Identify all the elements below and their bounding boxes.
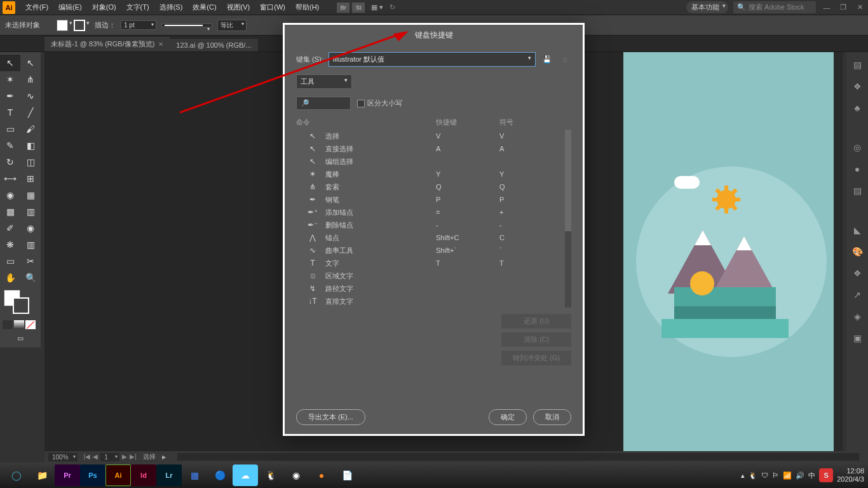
menu-window[interactable]: 窗口(W) [255, 0, 290, 15]
pen-tool[interactable]: ✒ [0, 88, 20, 104]
libraries-icon[interactable]: ❖ [851, 80, 864, 93]
color-icon[interactable]: ● [851, 163, 864, 175]
shortcut-table[interactable]: ↖选择VV↖直接选择AA↖编组选择✶魔棒YY⋔套索QQ✒钢笔PP✒⁺添加锚点=+… [296, 130, 571, 308]
tray-up-icon[interactable]: ▴ [741, 471, 745, 480]
gradient-mode[interactable] [14, 320, 24, 329]
layers-icon[interactable]: ◈ [851, 310, 864, 323]
close-button[interactable]: ✕ [854, 3, 865, 12]
shape-builder-tool[interactable]: ◉ [0, 187, 20, 203]
fill-color[interactable] [57, 20, 68, 31]
clubs-icon[interactable]: ♣ [851, 102, 864, 114]
table-row[interactable]: ✶魔棒YY [296, 168, 571, 180]
browser-icon[interactable]: ◯ [4, 464, 29, 486]
undo-button[interactable]: 还原 (U) [501, 314, 571, 329]
table-row[interactable]: ✒⁻删除锚点-- [296, 219, 571, 231]
illustrator-icon[interactable]: Ai [105, 464, 131, 486]
type-tool[interactable]: T [0, 104, 20, 121]
table-row[interactable]: ↯路径文字 [296, 282, 571, 295]
table-scrollbar[interactable] [565, 130, 571, 308]
notes-icon[interactable]: 📄 [334, 464, 360, 486]
blend-tool[interactable]: ◉ [20, 220, 41, 236]
set-dropdown[interactable]: Illustrator 默认值 [329, 52, 536, 67]
tray-qq-icon[interactable]: 🐧 [749, 471, 757, 480]
table-row[interactable]: ↓T直排文字 [296, 295, 571, 308]
mesh-tool[interactable]: ▦ [0, 203, 20, 220]
export-text-button[interactable]: 导出文本 (E)... [296, 409, 365, 425]
vertical-scrollbar[interactable] [834, 52, 843, 459]
cancel-button[interactable]: 取消 [533, 409, 571, 425]
minimize-button[interactable]: — [821, 3, 832, 12]
menu-object[interactable]: 对象(O) [87, 0, 121, 15]
menu-edit[interactable]: 编辑(E) [53, 0, 87, 15]
rotate-tool[interactable]: ↻ [0, 154, 20, 170]
fill-stroke-swatch[interactable]: ▾ ▾ [57, 20, 90, 31]
zoom-dropdown[interactable]: 100% [48, 453, 78, 461]
direct-selection-tool[interactable]: ↖ [20, 55, 41, 71]
table-row[interactable]: ∿曲率工具Shift+`` [296, 244, 571, 257]
artboards-icon[interactable]: ▣ [851, 332, 864, 344]
table-row[interactable]: ↖编组选择 [296, 155, 571, 168]
hand-tool[interactable]: ✋ [0, 269, 20, 286]
prev-artboard[interactable]: ◀ [93, 453, 98, 461]
stroke-color[interactable] [74, 20, 85, 31]
app-icon-2[interactable]: 🔵 [207, 464, 233, 486]
table-row[interactable]: ✒⁺添加锚点=+ [296, 206, 571, 219]
menu-type[interactable]: 文字(T) [121, 0, 154, 15]
save-set-icon[interactable]: 💾 [541, 53, 553, 66]
table-row[interactable]: ⋔套索QQ [296, 180, 571, 193]
shaper-tool[interactable]: ✎ [0, 137, 20, 154]
next-artboard[interactable]: ▶ [122, 453, 127, 461]
case-sensitive-checkbox[interactable]: 区分大小写 [357, 98, 402, 108]
goto-conflict-button[interactable]: 转到冲突处 (G) [501, 351, 571, 365]
symbol-sprayer-tool[interactable]: ❋ [0, 236, 20, 253]
cc-icon[interactable]: ◎ [851, 141, 864, 154]
stock-icon[interactable]: St [352, 3, 365, 13]
category-dropdown[interactable]: 工具 [296, 74, 352, 89]
scale-tool[interactable]: ◫ [20, 154, 41, 170]
color-mode[interactable] [3, 320, 13, 329]
bridge-icon[interactable]: Br [337, 3, 349, 13]
tray-volume-icon[interactable]: 🔊 [796, 471, 804, 480]
none-mode[interactable] [25, 320, 36, 329]
artboard-num[interactable]: 1 [100, 453, 119, 461]
app-icon-1[interactable]: ▦ [182, 464, 207, 486]
perspective-tool[interactable]: ▦ [20, 187, 41, 203]
gpu-icon[interactable]: ↻ [390, 3, 395, 11]
app-icon-3[interactable]: ☁ [233, 464, 258, 486]
zoom-tool[interactable]: 🔍 [20, 269, 41, 286]
stroke-profile-dropdown[interactable] [161, 24, 212, 27]
gradient-tool[interactable]: ▥ [20, 203, 41, 220]
delete-set-icon[interactable]: 🗑 [559, 53, 571, 66]
lasso-tool[interactable]: ⋔ [20, 71, 41, 88]
photoshop-icon[interactable]: Ps [80, 464, 105, 486]
paintbrush-tool[interactable]: 🖌 [20, 121, 41, 137]
table-row[interactable]: ↖选择VV [296, 130, 571, 142]
chrome-icon[interactable]: ◉ [283, 464, 309, 486]
stroke-weight-dropdown[interactable]: 1 pt [121, 20, 156, 30]
color-picker[interactable] [0, 286, 41, 318]
horizontal-scrollbar[interactable] [177, 453, 859, 461]
last-artboard[interactable]: ▶| [130, 453, 137, 461]
shortcut-search-input[interactable]: 🔎 [296, 97, 351, 110]
export-icon[interactable]: ↗ [851, 288, 864, 301]
table-row[interactable]: ↖直接选择AA [296, 142, 571, 155]
magic-wand-tool[interactable]: ✶ [0, 71, 20, 88]
sogou-icon[interactable]: S [819, 468, 833, 482]
menu-file[interactable]: 文件(F) [20, 0, 53, 15]
menu-select[interactable]: 选择(S) [154, 0, 188, 15]
background-color[interactable] [13, 297, 29, 314]
swatches-icon[interactable]: ▤ [851, 184, 864, 197]
tray-action-icon[interactable]: 🏳 [772, 471, 779, 479]
clock[interactable]: 12:08 2020/4/3 [837, 467, 864, 484]
table-row[interactable]: ⋀锚点Shift+CC [296, 231, 571, 244]
selection-tool[interactable]: ↖ [0, 55, 20, 71]
restore-button[interactable]: ❐ [837, 3, 849, 12]
screen-mode[interactable]: ▭ [0, 332, 41, 345]
premiere-icon[interactable]: Pr [55, 464, 80, 486]
clear-button[interactable]: 清除 (C) [501, 332, 571, 347]
eraser-tool[interactable]: ◧ [20, 137, 41, 154]
tab-close-icon[interactable]: ✕ [158, 41, 163, 48]
menu-view[interactable]: 视图(V) [222, 0, 255, 15]
qq-icon[interactable]: 🐧 [258, 464, 283, 486]
tray-ime-icon[interactable]: 中 [808, 471, 815, 480]
